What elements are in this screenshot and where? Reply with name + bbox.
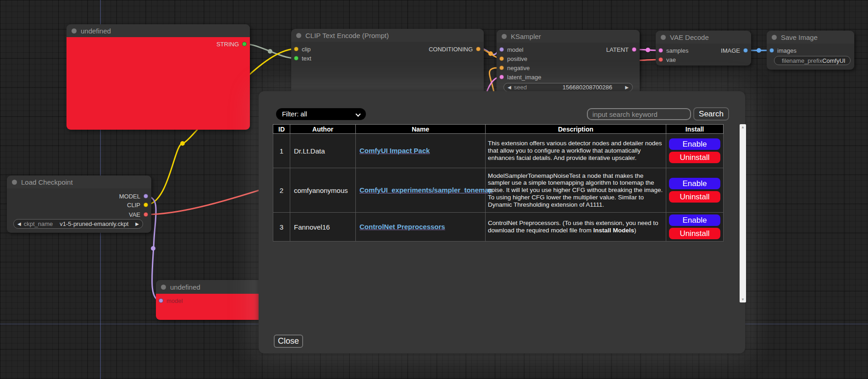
- cell-id: 1: [273, 134, 290, 168]
- output-port-vae[interactable]: VAE: [129, 211, 148, 218]
- link-string-to-text: [245, 44, 295, 58]
- node-ksampler[interactable]: KSampler model positive negative latent_…: [497, 30, 640, 91]
- input-port-text[interactable]: text: [294, 55, 311, 62]
- input-port-vae[interactable]: vae: [658, 56, 676, 63]
- filename-prefix-widget[interactable]: filename_prefix ComfyUI: [774, 56, 851, 65]
- port-dot-samples[interactable]: [658, 48, 663, 53]
- port-dot-clip-out[interactable]: [144, 203, 148, 207]
- filter-dropdown[interactable]: Filter: all: [276, 108, 366, 120]
- link-dot-image: [757, 48, 761, 53]
- port-dot-clip[interactable]: [294, 47, 299, 51]
- node-status-dot-icon: [772, 35, 777, 40]
- scroll-up-icon[interactable]: ▲: [741, 125, 745, 129]
- header-install: Install: [666, 125, 724, 134]
- input-port-images[interactable]: images: [769, 47, 796, 54]
- search-input[interactable]: [587, 108, 691, 120]
- port-dot-vae-out[interactable]: [144, 212, 148, 217]
- output-port-image[interactable]: IMAGE: [721, 47, 748, 54]
- node-clip-text-encode[interactable]: CLIP Text Encode (Prompt) clip text COND…: [291, 29, 484, 91]
- increment-arrow-icon[interactable]: ▶: [625, 85, 629, 90]
- cell-author: Dr.Lt.Data: [290, 134, 356, 168]
- port-dot-latent-image[interactable]: [499, 75, 504, 79]
- input-port-latent-image[interactable]: latent_image: [499, 73, 541, 81]
- cell-id: 3: [273, 213, 290, 242]
- node-status-dot-icon: [161, 285, 166, 290]
- node-title-bar[interactable]: VAE Decode: [656, 31, 751, 44]
- node-vae-decode[interactable]: VAE Decode samples vae IMAGE: [656, 31, 751, 66]
- port-dot-conditioning[interactable]: [476, 47, 481, 51]
- node-title-bar[interactable]: Load Checkpoint: [7, 176, 151, 188]
- port-dot-string[interactable]: [242, 42, 247, 46]
- cell-description: ModelSamplerTonemapNoiseTest a node that…: [486, 168, 666, 213]
- input-port-negative[interactable]: negative: [499, 64, 530, 71]
- node-load-checkpoint[interactable]: Load Checkpoint MODEL CLIP VAE ◀ ckpt_na…: [7, 176, 151, 233]
- uninstall-button[interactable]: Uninstall: [669, 152, 720, 163]
- input-port-positive[interactable]: positive: [499, 55, 527, 62]
- node-title: KSampler: [511, 33, 541, 40]
- link-dot-clip: [180, 141, 185, 146]
- filter-select[interactable]: Filter: all: [276, 108, 366, 120]
- node-title: CLIP Text Encode (Prompt): [305, 32, 389, 39]
- link-dot-latent: [646, 48, 650, 52]
- enable-button[interactable]: Enable: [669, 178, 720, 189]
- header-author: Author: [290, 125, 356, 134]
- input-port-samples[interactable]: samples: [658, 47, 688, 54]
- ckpt-name-widget[interactable]: ◀ ckpt_name v1-5-pruned-emaonly.ckpt ▶: [13, 219, 143, 229]
- enable-button[interactable]: Enable: [669, 214, 720, 226]
- port-dot-image[interactable]: [743, 48, 748, 53]
- node-undefined-string[interactable]: undefined STRING: [66, 24, 250, 130]
- node-status-dot-icon: [296, 33, 301, 38]
- input-port-model[interactable]: model: [499, 46, 523, 53]
- output-port-string[interactable]: STRING: [216, 40, 247, 48]
- seed-widget[interactable]: ◀ seed 156680208700286 ▶: [503, 83, 633, 92]
- cell-install: Enable Uninstall: [666, 168, 724, 213]
- link-dot-model: [151, 246, 155, 251]
- scroll-down-icon[interactable]: ▼: [741, 297, 745, 302]
- increment-arrow-icon[interactable]: ▶: [135, 221, 139, 226]
- port-dot-model[interactable]: [499, 47, 504, 52]
- output-port-conditioning[interactable]: CONDITIONING: [429, 45, 481, 53]
- uninstall-button[interactable]: Uninstall: [669, 191, 720, 203]
- port-dot-images[interactable]: [769, 48, 774, 53]
- output-port-clip[interactable]: CLIP: [127, 201, 148, 209]
- link-dot-conditioning: [488, 51, 493, 56]
- extension-table-zone: ID Author Name Description Install 1 Dr.…: [273, 124, 732, 302]
- port-dot-text[interactable]: [294, 56, 299, 60]
- port-dot-model-out[interactable]: [144, 194, 148, 198]
- cell-description: ControlNet Preprocessors. (To use this e…: [486, 213, 666, 242]
- enable-button[interactable]: Enable: [669, 138, 720, 150]
- node-title-bar[interactable]: KSampler: [497, 30, 640, 43]
- link-vae-left: [146, 189, 264, 214]
- input-port-clip[interactable]: clip: [294, 45, 311, 53]
- node-title-bar[interactable]: Save Image: [767, 31, 854, 44]
- cell-author: comfyanonymous: [290, 168, 356, 213]
- output-port-latent[interactable]: LATENT: [606, 46, 636, 53]
- table-row: 3 Fannovel16 ControlNet Preprocessors Co…: [273, 213, 724, 242]
- node-status-dot-icon: [502, 34, 507, 39]
- uninstall-button[interactable]: Uninstall: [669, 228, 720, 239]
- cell-description: This extension offers various detector n…: [486, 134, 666, 168]
- cell-install: Enable Uninstall: [666, 213, 724, 242]
- port-dot-vae[interactable]: [658, 57, 663, 62]
- node-save-image[interactable]: Save Image images filename_prefix ComfyU…: [767, 31, 854, 70]
- extension-link[interactable]: ComfyUI Impact Pack: [359, 147, 430, 154]
- output-port-model[interactable]: MODEL: [119, 192, 148, 200]
- search-button[interactable]: Search: [693, 107, 729, 121]
- node-title-bar[interactable]: CLIP Text Encode (Prompt): [291, 29, 484, 42]
- port-dot-negative[interactable]: [499, 66, 504, 70]
- node-status-dot-icon: [661, 35, 666, 40]
- table-scrollbar[interactable]: ▲ ▼: [740, 124, 746, 302]
- close-button[interactable]: Close: [274, 335, 303, 348]
- extension-link[interactable]: ControlNet Preprocessors: [359, 223, 445, 231]
- decrement-arrow-icon[interactable]: ◀: [17, 221, 21, 226]
- decrement-arrow-icon[interactable]: ◀: [508, 85, 511, 90]
- table-header-row: ID Author Name Description Install: [273, 125, 724, 134]
- cell-install: Enable Uninstall: [666, 134, 724, 168]
- node-status-dot-icon: [12, 180, 17, 185]
- port-dot-model-in[interactable]: [159, 298, 163, 303]
- input-port-model[interactable]: model: [159, 297, 182, 304]
- node-title-bar[interactable]: undefined: [66, 24, 250, 37]
- port-dot-latent[interactable]: [632, 47, 636, 52]
- port-dot-positive[interactable]: [499, 56, 504, 61]
- extension-link[interactable]: ComfyUI_experiments/sampler_tonemap: [359, 186, 493, 194]
